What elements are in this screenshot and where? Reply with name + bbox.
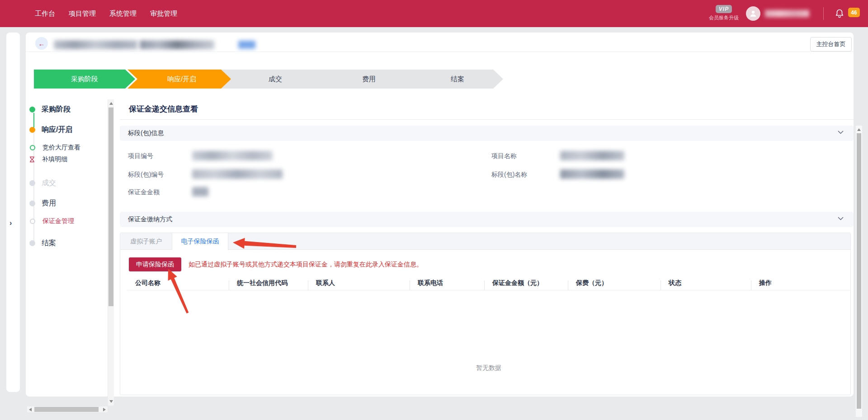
stage-pending-dot-icon bbox=[29, 201, 35, 206]
sidebar-item-label: 竞价大厅查看 bbox=[42, 144, 80, 152]
section-payment-method[interactable]: 保证金缴纳方式 bbox=[120, 212, 854, 227]
sidebar-horizontal-scrollbar[interactable] bbox=[27, 406, 108, 412]
column-premium: 保费（元） bbox=[568, 279, 660, 287]
page-title: 保证金递交信息查看 bbox=[129, 104, 198, 114]
expand-panel-icon[interactable]: › bbox=[9, 219, 12, 227]
scroll-down-arrow-icon[interactable] bbox=[109, 400, 113, 403]
field-value-redacted bbox=[560, 169, 624, 179]
scrollbar-thumb[interactable] bbox=[34, 407, 99, 412]
sidebar-item-fill-details[interactable]: 补填明细 bbox=[27, 155, 67, 163]
sub-done-ring-icon bbox=[30, 145, 35, 150]
step-closing[interactable]: 结案 bbox=[408, 70, 503, 89]
user-avatar[interactable] bbox=[746, 6, 760, 21]
field-label-project-name: 项目名称 bbox=[491, 152, 517, 160]
section-title: 保证金缴纳方式 bbox=[128, 215, 172, 224]
column-contact-person: 联系人 bbox=[308, 279, 410, 287]
column-deposit-amount: 保证金金额（元） bbox=[484, 279, 568, 287]
nav-item-workbench[interactable]: 工作台 bbox=[35, 9, 55, 18]
field-label-project-no: 项目编号 bbox=[128, 152, 153, 160]
nav-item-system-management[interactable]: 系统管理 bbox=[109, 9, 137, 18]
sidebar-item-closing[interactable]: 结案 bbox=[27, 238, 56, 248]
step-deal[interactable]: 成交 bbox=[221, 70, 326, 89]
stage-active-dot-icon bbox=[29, 127, 35, 133]
field-value-redacted bbox=[192, 169, 283, 179]
content-divider bbox=[120, 119, 854, 120]
sub-current-ring-icon bbox=[30, 219, 35, 224]
sidebar-item-bidding-hall[interactable]: 竞价大厅查看 bbox=[27, 144, 80, 152]
scroll-left-arrow-icon[interactable] bbox=[29, 408, 32, 411]
stage-pending-dot-icon bbox=[29, 180, 35, 186]
tab-electronic-insurance-guarantee[interactable]: 电子保险保函 bbox=[172, 233, 228, 250]
column-status: 状态 bbox=[660, 279, 751, 287]
stage-done-dot-icon bbox=[29, 107, 35, 112]
step-response-open[interactable]: 响应/开启 bbox=[127, 70, 232, 89]
tab-header bbox=[120, 233, 850, 250]
apply-insurance-guarantee-button[interactable]: 申请保险保函 bbox=[129, 257, 181, 271]
sidebar-item-deposit-management[interactable]: 保证金管理 bbox=[27, 217, 74, 225]
main-card: ← 主控台首页 采购阶段 响应/开启 成交 费用 结案 采购阶段 响应/开启 竞… bbox=[26, 33, 854, 397]
section-title: 标段(包)信息 bbox=[128, 129, 164, 137]
table-header-row: 公司名称 统一社会信用代码 联系人 联系电话 保证金金额（元） 保费（元） 状态… bbox=[127, 276, 850, 290]
back-button[interactable]: ← bbox=[35, 37, 48, 50]
page-header-title-redacted bbox=[54, 40, 137, 49]
duplicate-deposit-warning: 如已通过虚拟子账号或其他方式递交本项目保证金，请勿重复在此录入保证金信息。 bbox=[189, 261, 423, 269]
scrollbar-thumb[interactable] bbox=[108, 107, 113, 306]
sidebar-item-label: 响应/开启 bbox=[42, 125, 72, 135]
field-label-deposit-amount: 保证金金额 bbox=[128, 188, 160, 196]
sidebar-item-label: 成交 bbox=[42, 178, 56, 188]
step-fees[interactable]: 费用 bbox=[315, 70, 420, 89]
nav-menu: 工作台 项目管理 系统管理 审批管理 bbox=[35, 9, 177, 18]
sidebar-item-label: 补填明细 bbox=[42, 155, 67, 163]
tab-virtual-sub-account[interactable]: 虚拟子账户 bbox=[120, 233, 172, 250]
sidebar-item-deal[interactable]: 成交 bbox=[27, 178, 56, 188]
field-label-section-no: 标段(包)编号 bbox=[128, 171, 164, 179]
sidebar-vertical-scrollbar[interactable] bbox=[108, 99, 114, 406]
notification-bell-icon[interactable] bbox=[835, 9, 844, 19]
vip-caption: 会员服务升级 bbox=[703, 14, 744, 21]
page-vertical-scrollbar[interactable] bbox=[855, 126, 862, 417]
step-procurement-stage[interactable]: 采购阶段 bbox=[34, 70, 135, 89]
column-contact-phone: 联系电话 bbox=[410, 279, 484, 287]
scrollbar-thumb[interactable] bbox=[857, 133, 861, 409]
chevron-down-icon[interactable] bbox=[838, 131, 844, 134]
sidebar-item-fees[interactable]: 费用 bbox=[27, 199, 56, 208]
collapsed-left-rail bbox=[6, 33, 20, 392]
empty-state-text: 暂无数据 bbox=[127, 364, 850, 372]
sidebar-item-label: 保证金管理 bbox=[42, 217, 74, 225]
sidebar-item-response-open[interactable]: 响应/开启 bbox=[27, 125, 72, 135]
nav-divider bbox=[823, 7, 824, 20]
chevron-down-icon[interactable] bbox=[838, 217, 844, 220]
field-label-section-name: 标段(包)名称 bbox=[491, 171, 527, 179]
console-home-button[interactable]: 主控台首页 bbox=[810, 37, 852, 51]
column-company-name: 公司名称 bbox=[127, 279, 229, 287]
page-header-chip-redacted bbox=[238, 41, 255, 49]
sidebar-item-label: 结案 bbox=[42, 238, 56, 248]
back-arrow-icon: ← bbox=[38, 40, 45, 47]
payment-tabs-card: 虚拟子账户 电子保险保函 申请保险保函 如已通过虚拟子账号或其他方式递交本项目保… bbox=[120, 233, 851, 395]
vip-upgrade[interactable]: VIP 会员服务升级 bbox=[703, 5, 744, 21]
vip-icon: VIP bbox=[716, 5, 732, 13]
page-header-title-redacted-2 bbox=[140, 40, 214, 49]
field-value-redacted bbox=[192, 151, 273, 160]
nav-item-project-management[interactable]: 项目管理 bbox=[69, 9, 96, 18]
column-actions: 操作 bbox=[751, 279, 850, 287]
field-value-redacted bbox=[560, 151, 624, 160]
column-credit-code: 统一社会信用代码 bbox=[229, 279, 308, 287]
scroll-up-arrow-icon[interactable] bbox=[109, 102, 113, 105]
sidebar-item-label: 费用 bbox=[42, 199, 56, 208]
stage-pending-dot-icon bbox=[29, 240, 35, 246]
scroll-up-arrow-icon[interactable] bbox=[857, 128, 861, 131]
header-divider bbox=[26, 51, 854, 52]
sidebar-item-label: 采购阶段 bbox=[42, 105, 71, 114]
scroll-right-arrow-icon[interactable] bbox=[103, 408, 106, 411]
field-value-redacted bbox=[192, 187, 208, 196]
person-icon bbox=[749, 9, 757, 18]
notification-count-badge: 46 bbox=[848, 8, 860, 17]
nav-item-approval-management[interactable]: 审批管理 bbox=[150, 9, 177, 18]
sidebar-item-procurement-stage[interactable]: 采购阶段 bbox=[27, 105, 71, 114]
hourglass-icon bbox=[29, 156, 35, 163]
section-bid-info[interactable]: 标段(包)信息 bbox=[120, 126, 854, 141]
username-redacted bbox=[765, 10, 809, 17]
